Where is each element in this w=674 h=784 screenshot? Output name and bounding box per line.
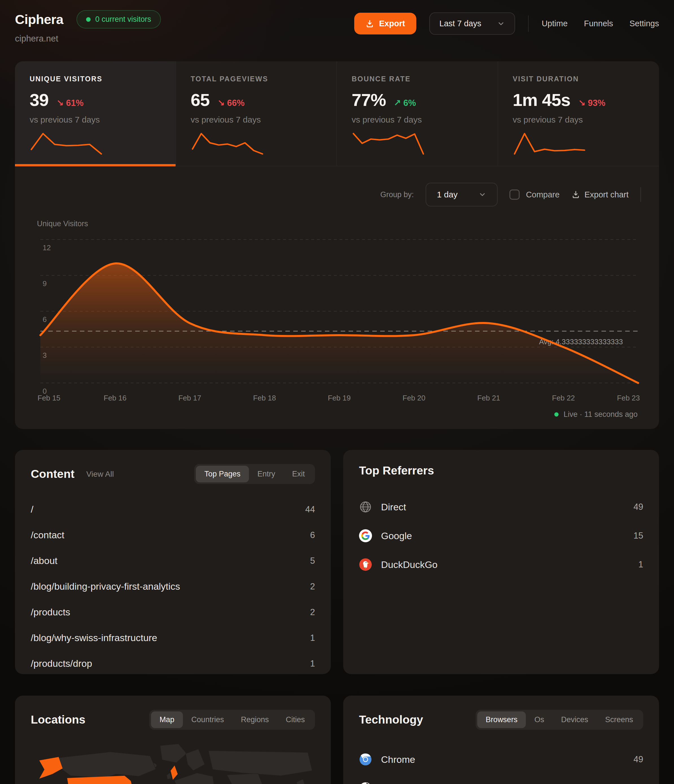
map-united-kingdom[interactable] (171, 765, 177, 780)
group-by-select[interactable]: 1 day (426, 183, 498, 207)
page-row[interactable]: /44 (31, 496, 315, 522)
export-chart-button[interactable]: Export chart (572, 190, 629, 199)
live-dot-icon (554, 412, 559, 417)
tab-os[interactable]: Os (526, 711, 553, 728)
page-count: 44 (305, 504, 315, 515)
stat-value: 65 (191, 90, 210, 110)
tab-devices[interactable]: Devices (553, 711, 597, 728)
map-scandinavia (186, 749, 205, 771)
tab-exit[interactable]: Exit (284, 466, 313, 482)
page-count: 2 (310, 607, 315, 618)
header-divider (528, 16, 529, 32)
trend-down-icon: ↘ (56, 98, 64, 108)
page-path: / (31, 504, 33, 515)
date-range-select[interactable]: Last 7 days (429, 12, 515, 35)
analytics-dashboard: Ciphera 0 current visitors ciphera.net E… (0, 0, 674, 784)
referrer-count: 15 (634, 530, 643, 541)
stat-visit-duration[interactable]: VISIT DURATION 1m 45s ↘93% vs previous 7… (498, 61, 659, 166)
sparkline (191, 132, 264, 156)
metrics-panel: UNIQUE VISITORS 39 ↘61% vs previous 7 da… (15, 61, 659, 429)
stat-label: UNIQUE VISITORS (30, 75, 161, 83)
view-all-link[interactable]: View All (86, 470, 114, 479)
stat-delta: ↘66% (217, 98, 244, 108)
stat-unique-visitors[interactable]: UNIQUE VISITORS 39 ↘61% vs previous 7 da… (15, 61, 176, 166)
tab-map[interactable]: Map (151, 711, 183, 728)
stat-compare: vs previous 7 days (513, 115, 644, 124)
tab-regions[interactable]: Regions (232, 711, 277, 728)
chart-section: Group by: 1 day Compare Export chart Uni… (15, 166, 659, 409)
export-button[interactable]: Export (354, 13, 416, 34)
compare-checkbox[interactable] (509, 190, 520, 200)
page-row[interactable]: /contact6 (31, 522, 315, 548)
referrer-row-duckduckgo[interactable]: DuckDuckGo 1 (359, 550, 643, 579)
page-row[interactable]: /products2 (31, 599, 315, 625)
x-tick-label: Feb 19 (328, 394, 351, 402)
technology-panel: Technology Browsers Os Devices Screens C… (343, 695, 659, 784)
stat-delta: ↘61% (56, 98, 84, 108)
page-path: /blog/building-privacy-first-analytics (31, 581, 180, 592)
page-path: /about (31, 555, 57, 566)
page-row[interactable]: /products/drop1 (31, 651, 315, 674)
page-count: 1 (310, 659, 315, 669)
nav-item-funnels[interactable]: Funnels (584, 19, 613, 28)
stat-total-pageviews[interactable]: TOTAL PAGEVIEWS 65 ↘66% vs previous 7 da… (176, 61, 337, 166)
page-path: /contact (31, 529, 64, 541)
header-right: Export Last 7 days Uptime Funnels Settin… (354, 12, 659, 35)
compare-toggle[interactable]: Compare (509, 190, 559, 200)
visitors-chart: 036912Avg: 4.333333333333333Feb 15Feb 16… (33, 230, 641, 405)
page-count: 2 (310, 582, 315, 592)
stat-compare: vs previous 7 days (30, 115, 161, 124)
tab-top-pages[interactable]: Top Pages (196, 466, 249, 482)
page-path: /products (31, 607, 70, 618)
referrer-row-google[interactable]: Google 15 (359, 521, 643, 550)
group-by-label: Group by: (380, 190, 414, 199)
export-chart-label: Export chart (584, 190, 629, 199)
page-row[interactable]: /about5 (31, 548, 315, 574)
live-status: Live · 11 seconds ago (15, 409, 659, 429)
tab-countries[interactable]: Countries (183, 711, 233, 728)
world-map[interactable] (31, 742, 315, 784)
sparkline (352, 132, 425, 156)
stat-label: TOTAL PAGEVIEWS (191, 75, 322, 83)
chevron-down-icon (497, 20, 505, 28)
page-count: 1 (310, 633, 315, 643)
chart-area (40, 263, 638, 383)
map-usa[interactable] (67, 776, 133, 784)
page-row[interactable]: /blog/why-swiss-infrastructure1 (31, 625, 315, 651)
x-tick-label: Feb 22 (552, 394, 575, 402)
map-alaska[interactable] (39, 757, 63, 779)
current-visitors-badge: 0 current visitors (76, 10, 161, 28)
referrer-label: Direct (381, 502, 406, 513)
content-panel: Content View All Top Pages Entry Exit /4… (15, 450, 331, 674)
tab-cities[interactable]: Cities (277, 711, 313, 728)
nav-item-uptime[interactable]: Uptime (542, 19, 568, 28)
tab-screens[interactable]: Screens (597, 711, 641, 728)
browsers-list: Chrome 49 Firefox 15 (359, 745, 643, 784)
globe-icon (359, 501, 372, 513)
page-path: /blog/why-swiss-infrastructure (31, 632, 157, 643)
tab-browsers[interactable]: Browsers (477, 711, 526, 728)
page-row[interactable]: /blog/building-privacy-first-analytics2 (31, 574, 315, 599)
referrer-row-direct[interactable]: Direct 49 (359, 493, 643, 521)
browser-row-chrome[interactable]: Chrome 49 (359, 745, 643, 774)
stat-bounce-rate[interactable]: BOUNCE RATE 77% ↗6% vs previous 7 days (337, 61, 498, 166)
stat-label: VISIT DURATION (513, 75, 644, 83)
nav-item-settings[interactable]: Settings (629, 19, 659, 28)
y-tick-label: 9 (43, 279, 47, 288)
header: Ciphera 0 current visitors ciphera.net E… (15, 10, 659, 44)
compare-label: Compare (526, 190, 559, 199)
tab-entry[interactable]: Entry (249, 466, 284, 482)
content-tabs: Top Pages Entry Exit (194, 464, 315, 484)
stat-value: 77% (352, 90, 386, 110)
x-tick-label: Feb 20 (402, 394, 426, 402)
chevron-down-icon (478, 191, 486, 199)
content-title: Content (31, 467, 75, 481)
chart-axis-title: Unique Visitors (37, 219, 641, 228)
browser-label: Chrome (381, 754, 415, 765)
locations-panel: Locations Map Countries Regions Cities (15, 695, 331, 784)
browser-row-firefox[interactable]: Firefox 15 (359, 774, 643, 784)
map-europe (174, 773, 215, 784)
trend-down-icon: ↘ (217, 98, 225, 108)
main-nav: Uptime Funnels Settings (542, 19, 659, 28)
map-canada (58, 752, 156, 778)
